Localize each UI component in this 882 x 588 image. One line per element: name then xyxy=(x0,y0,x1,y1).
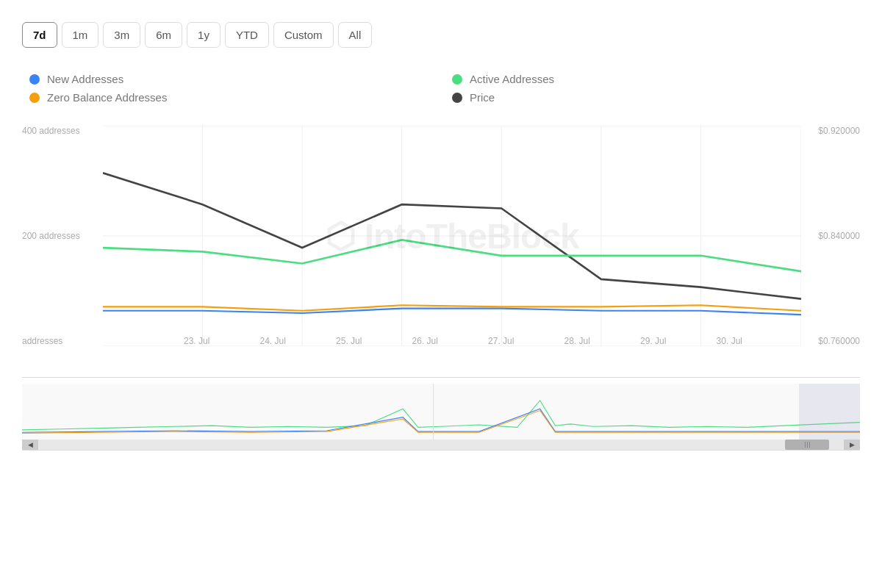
y-axis-right: $0.920000 $0.840000 $0.760000 xyxy=(818,126,860,368)
x-label-1: 24. Jul xyxy=(260,336,286,346)
x-label-0: 23. Jul xyxy=(184,336,209,346)
price-label: Price xyxy=(470,91,495,104)
scroll-thumb[interactable] xyxy=(785,440,829,450)
grip-line-1 xyxy=(805,442,806,448)
active-addresses-line xyxy=(103,240,801,271)
zero-balance-dot xyxy=(29,93,40,103)
btn-1y[interactable]: 1y xyxy=(187,22,220,48)
y-left-bot: addresses xyxy=(22,336,80,346)
legend-active-addresses[interactable]: Active Addresses xyxy=(452,73,860,85)
mini-chart[interactable]: Jul '23 Jan '24 Jul '24 ◀ ▶ xyxy=(22,377,860,451)
new-addresses-label: New Addresses xyxy=(47,73,123,85)
y-right-top: $0.920000 xyxy=(818,126,860,136)
x-label-6: 29. Jul xyxy=(640,336,666,346)
svg-rect-11 xyxy=(799,384,860,442)
main-chart: 400 addresses 200 addresses addresses $0… xyxy=(22,126,860,368)
btn-all[interactable]: All xyxy=(338,22,373,48)
chart-svg-area: ⬡ IntoTheBlock xyxy=(103,126,801,346)
new-addresses-dot xyxy=(29,74,40,85)
btn-custom[interactable]: Custom xyxy=(273,22,334,48)
scroll-right-arrow[interactable]: ▶ xyxy=(844,440,860,450)
svg-rect-10 xyxy=(22,384,860,442)
scroll-track[interactable] xyxy=(38,440,844,450)
scroll-left-arrow[interactable]: ◀ xyxy=(22,440,38,450)
zero-balance-label: Zero Balance Addresses xyxy=(47,91,167,104)
scrollbar[interactable]: ◀ ▶ xyxy=(22,440,860,450)
grip-line-2 xyxy=(807,442,808,448)
chart-legend: New Addresses Active Addresses Zero Bala… xyxy=(22,73,860,104)
scroll-thumb-grip xyxy=(805,442,810,448)
btn-6m[interactable]: 6m xyxy=(145,22,182,48)
x-label-2: 25. Jul xyxy=(336,336,362,346)
price-dot xyxy=(452,93,462,103)
active-addresses-dot xyxy=(452,74,462,85)
y-right-mid: $0.840000 xyxy=(818,231,860,241)
new-addresses-line xyxy=(103,309,801,315)
btn-3m[interactable]: 3m xyxy=(103,22,140,48)
mini-chart-svg xyxy=(22,384,860,442)
legend-zero-balance[interactable]: Zero Balance Addresses xyxy=(29,91,437,104)
x-label-5: 28. Jul xyxy=(564,336,590,346)
btn-ytd[interactable]: YTD xyxy=(225,22,269,48)
x-label-3: 26. Jul xyxy=(412,336,438,346)
btn-1m[interactable]: 1m xyxy=(62,22,99,48)
legend-price[interactable]: Price xyxy=(452,91,860,104)
btn-7d[interactable]: 7d xyxy=(22,22,57,48)
y-axis-left: 400 addresses 200 addresses addresses xyxy=(22,126,80,368)
x-label-7: 30. Jul xyxy=(717,336,742,346)
chart-lines-svg xyxy=(103,126,801,346)
time-range-selector: 7d 1m 3m 6m 1y YTD Custom All xyxy=(22,15,860,55)
page-container: 7d 1m 3m 6m 1y YTD Custom All New Addres… xyxy=(0,0,882,465)
legend-new-addresses[interactable]: New Addresses xyxy=(29,73,437,85)
x-axis: 23. Jul 24. Jul 25. Jul 26. Jul 27. Jul … xyxy=(184,336,742,346)
y-left-top: 400 addresses xyxy=(22,126,80,136)
grip-line-3 xyxy=(809,442,810,448)
y-left-mid: 200 addresses xyxy=(22,231,80,241)
active-addresses-label: Active Addresses xyxy=(470,73,554,85)
y-right-bot: $0.760000 xyxy=(818,336,860,346)
x-label-4: 27. Jul xyxy=(488,336,514,346)
